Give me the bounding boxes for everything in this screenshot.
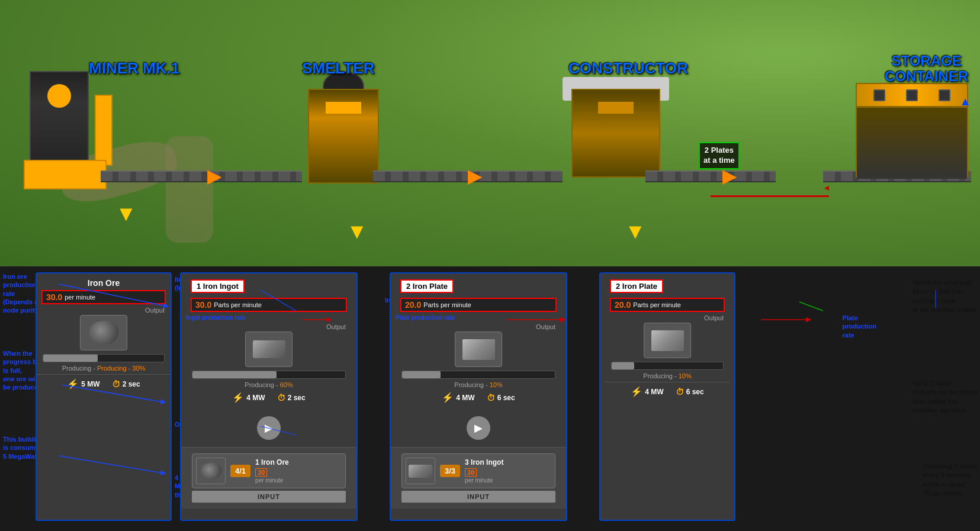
smelter-input-badge: 4/1: [230, 465, 250, 477]
miner-output-label: Output: [37, 307, 171, 314]
constructor-label: CONSTRUCTOR: [568, 59, 688, 78]
annotation-plate-production: Plateproductionrate: [843, 314, 876, 339]
smelter-power: ⚡ 4 MW: [232, 392, 265, 403]
smelter-input-section: 4/1 1 Iron Ore 30 per minute INPUT: [181, 447, 356, 509]
storage-plate-icon: [651, 330, 684, 351]
smelter-output-header: 1 Iron Ingot: [186, 277, 352, 295]
constructor-input-rate: 30: [465, 468, 477, 477]
constructor-input-tab[interactable]: INPUT: [401, 491, 555, 503]
storage-building: [856, 83, 974, 189]
smelter-progress-fill: [192, 371, 277, 378]
constructor-input-slot: 3/3 3 Iron Ingot 30 per minute: [401, 453, 555, 488]
smelter-time: ⏱ 2 sec: [277, 392, 306, 403]
miner-label: MINER MK.1: [89, 59, 179, 78]
smelter-output-rate: 30.0 Parts per minute: [191, 298, 347, 312]
miner-rate-box: 30.0 per minute: [41, 290, 166, 304]
constructor-output-label: Output: [396, 323, 561, 330]
constructor-input-icon: [406, 458, 435, 484]
red-arrow-down: ▼: [822, 184, 832, 192]
smelter-per-minute: per minute: [255, 477, 342, 484]
smelter-producing-text: Producing - 60%: [186, 381, 352, 388]
ui-area: Iron oreproductionrate(Depends onnode pu…: [0, 266, 980, 531]
storage-progress-fill: [612, 362, 634, 369]
bolt-icon: ⚡: [67, 378, 79, 390]
svg-line-8: [799, 302, 823, 311]
ingot-production-rate-label: Ingot production rate: [186, 314, 352, 321]
storage-stats: ⚡ 4 MW ⏱ 6 sec: [605, 386, 730, 397]
smelter-play-button[interactable]: ▶: [257, 416, 281, 440]
constructor-output-section: 2 Iron Plate 20.0 Parts per minute Plate…: [391, 273, 566, 409]
smelter-input-item: 1 Iron Ore: [255, 458, 342, 466]
smelter-output-section: 1 Iron Ingot 30.0 Parts per minute Ingot…: [181, 273, 356, 409]
constructor-input-item: 3 Iron Ingot: [465, 458, 551, 466]
smelter-progress: [192, 371, 346, 379]
constructor-input-badge: 3/3: [440, 465, 460, 477]
smelter-ingot-icon: [245, 332, 293, 367]
conveyor-1: [101, 170, 302, 182]
miner-progress-fill: [43, 355, 98, 362]
storage-rate-box: 20.0 Parts per minute: [610, 298, 725, 312]
constructor-input-info: 3 Iron Ingot 30 per minute: [465, 458, 551, 484]
miner-building: [18, 59, 113, 195]
smelter-output-label: Output: [186, 323, 352, 330]
constructor-output-rate: 20.0 Parts per minute: [400, 298, 557, 312]
red-conveyor-arrow: [711, 195, 829, 197]
storage-label: STORAGECONTAINER: [885, 53, 968, 85]
constructor-stats: ⚡ 4 MW ⏱ 6 sec: [396, 392, 561, 403]
smelter-output-item-box: 1 Iron Ingot: [191, 279, 245, 293]
miner-yellow-arrow: ▼: [115, 201, 137, 226]
constructor-play-section: ▶: [391, 409, 566, 447]
miner-time: ⏱ 2 sec: [112, 378, 140, 390]
conveyor-3: [645, 170, 776, 182]
smelter-stats: ⚡ 4 MW ⏱ 2 sec: [186, 392, 352, 403]
storage-blue-arrow: ▲: [959, 95, 971, 108]
annotation-stores-items: Stores the produceditems so that theywon…: [912, 278, 977, 315]
constructor-time: ⏱ 6 sec: [487, 392, 515, 403]
miner-power: ⚡ 5 MW: [67, 378, 99, 390]
storage-progress: [611, 362, 724, 370]
miner-progress-container: [43, 354, 165, 362]
smelter-input-tab[interactable]: INPUT: [192, 491, 346, 503]
iron-ingot-icon: [253, 340, 285, 358]
plates-at-a-time-box: 2 Plates at a time: [699, 142, 740, 169]
miner-card: Iron Ore 30.0 per minute Output Producin…: [36, 272, 172, 521]
storage-item-icon: [644, 323, 691, 358]
constructor-producing-text: Producing - 10%: [396, 381, 561, 388]
constructor-input-section: 3/3 3 Iron Ingot 30 per minute INPUT: [391, 447, 566, 509]
conveyor-arrow-1: ▶: [207, 165, 222, 187]
miner-item-icon: [80, 315, 127, 350]
storage-clock-icon: ⏱: [676, 387, 684, 397]
constructor-bolt-icon: ⚡: [442, 392, 454, 403]
clock-icon: ⏱: [112, 379, 120, 389]
annotation-up-to-stack: Up to 1 stackof items can be storedhere …: [913, 379, 977, 416]
storage-output-label: Output: [605, 314, 730, 321]
constructor-progress-fill: [402, 371, 441, 378]
storage-producing-text: Producing - 10%: [605, 372, 730, 379]
constructor-per-minute: per minute: [465, 477, 551, 484]
storage-card: 2 Iron Plate 20.0 Parts per minute Outpu…: [599, 272, 735, 521]
constructor-play-button[interactable]: ▶: [467, 416, 490, 440]
constructor-yellow-arrow: ▼: [625, 219, 646, 244]
storage-bolt-icon: ⚡: [631, 386, 642, 397]
storage-time: ⏱ 6 sec: [676, 386, 704, 397]
miner-stats: ⚡ 5 MW ⏱ 2 sec: [37, 378, 171, 390]
smelter-input-icon: [196, 458, 226, 484]
plate-production-rate-label: Plate production rate: [396, 314, 561, 321]
iron-ore-small-icon: [201, 463, 221, 479]
miner-rate-value: 30.0: [46, 292, 62, 302]
iron-ingot-small-icon: [409, 465, 432, 478]
constructor-card: 2 Iron Plate 20.0 Parts per minute Plate…: [390, 272, 567, 521]
smelter-building: [302, 71, 385, 201]
constructor-output-header: 2 Iron Plate: [396, 277, 561, 295]
iron-plate-icon: [462, 339, 495, 360]
smelter-bolt-icon: ⚡: [232, 392, 244, 403]
game-scene: ▶ ▶ ▶ MINER MK.1 SMELTER CO: [0, 0, 980, 266]
smelter-play-section: ▶: [181, 409, 356, 447]
constructor-clock-icon: ⏱: [487, 393, 495, 403]
storage-power: ⚡ 4 MW: [631, 386, 663, 397]
miner-rate-label: per minute: [65, 294, 95, 301]
smelter-input-info: 1 Iron Ore 30 per minute: [255, 458, 342, 484]
smelter-input-slot: 4/1 1 Iron Ore 30 per minute: [192, 453, 346, 488]
annotation-producing-2-plates: Producing 2 platesevery 6 seconds,which …: [923, 462, 977, 498]
smelter-card: 1 Iron Ingot 30.0 Parts per minute Ingot…: [180, 272, 358, 521]
